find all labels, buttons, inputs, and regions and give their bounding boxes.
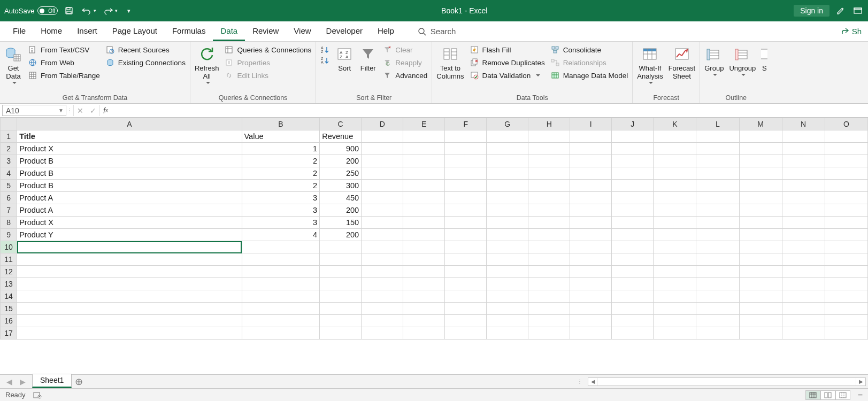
row-header-16[interactable]: 16 [1,315,17,327]
cell-F3[interactable] [445,155,487,167]
cell-N3[interactable] [782,155,825,167]
cell-O16[interactable] [825,315,867,327]
tab-page-layout[interactable]: Page Layout [105,21,165,41]
cell-J8[interactable] [612,217,654,229]
cell-K2[interactable] [654,143,696,155]
cell-C6[interactable]: 450 [320,192,362,204]
cell-M13[interactable] [739,278,782,290]
cell-C7[interactable]: 200 [320,204,362,217]
row-header-8[interactable]: 8 [1,217,17,229]
tell-me-search[interactable]: Search [418,21,456,41]
cell-E13[interactable] [403,278,445,290]
ungroup-button[interactable]: Ungroup [729,44,756,77]
cell-F17[interactable] [445,327,487,340]
cell-E10[interactable] [403,241,445,253]
cell-D7[interactable] [362,204,403,217]
cell-H8[interactable] [528,217,570,229]
cell-G10[interactable] [487,241,528,253]
col-header-B[interactable]: B [242,118,320,130]
cell-A6[interactable]: Product A [17,192,242,204]
refresh-all-button[interactable]: Refresh All [195,44,219,85]
cell-C9[interactable]: 200 [320,229,362,241]
cell-J14[interactable] [612,290,654,303]
view-page-break-button[interactable] [835,390,850,400]
cell-M6[interactable] [739,192,782,204]
cell-M3[interactable] [739,155,782,167]
cell-F12[interactable] [445,266,487,278]
cell-G1[interactable] [487,130,528,143]
cell-F5[interactable] [445,180,487,192]
cell-M1[interactable] [739,130,782,143]
cell-I7[interactable] [570,204,612,217]
cell-A17[interactable] [17,327,242,340]
cell-B11[interactable] [242,253,320,266]
cell-H4[interactable] [528,167,570,180]
cell-C13[interactable] [320,278,362,290]
cell-O4[interactable] [825,167,867,180]
row-header-11[interactable]: 11 [1,253,17,266]
cell-D16[interactable] [362,315,403,327]
cell-E12[interactable] [403,266,445,278]
cell-G8[interactable] [487,217,528,229]
col-header-N[interactable]: N [782,118,825,130]
cell-F14[interactable] [445,290,487,303]
cell-L8[interactable] [696,217,739,229]
whatif-button[interactable]: What-If Analysis [637,44,663,85]
cell-O6[interactable] [825,192,867,204]
cell-A14[interactable] [17,290,242,303]
col-header-F[interactable]: F [445,118,487,130]
tab-data[interactable]: Data [213,21,245,41]
cell-G15[interactable] [487,303,528,315]
cell-K8[interactable] [654,217,696,229]
col-header-M[interactable]: M [739,118,782,130]
sheet-tab-1[interactable]: Sheet1 [32,374,72,388]
row-header-10[interactable]: 10 [1,241,17,253]
cell-A11[interactable] [17,253,242,266]
cell-L5[interactable] [696,180,739,192]
row-header-2[interactable]: 2 [1,143,17,155]
cell-N17[interactable] [782,327,825,340]
cell-I2[interactable] [570,143,612,155]
cell-C8[interactable]: 150 [320,217,362,229]
cell-M2[interactable] [739,143,782,155]
filter-button[interactable]: Filter [359,44,377,73]
edit-links-button[interactable]: Edit Links [224,71,311,80]
cell-N16[interactable] [782,315,825,327]
cell-A4[interactable]: Product B [17,167,242,180]
cell-G7[interactable] [487,204,528,217]
col-header-I[interactable]: I [570,118,612,130]
cell-C14[interactable] [320,290,362,303]
cell-I13[interactable] [570,278,612,290]
cell-O5[interactable] [825,180,867,192]
cell-I1[interactable] [570,130,612,143]
customize-qat-icon[interactable]: ▾ [123,5,135,17]
cell-F11[interactable] [445,253,487,266]
cell-A7[interactable]: Product A [17,204,242,217]
cell-J9[interactable] [612,229,654,241]
cell-M11[interactable] [739,253,782,266]
row-header-13[interactable]: 13 [1,278,17,290]
cell-J11[interactable] [612,253,654,266]
cell-B10[interactable] [242,241,320,253]
formula-input[interactable] [111,105,866,116]
cell-K16[interactable] [654,315,696,327]
consolidate-button[interactable]: Consolidate [550,45,628,55]
col-header-J[interactable]: J [612,118,654,130]
tab-view[interactable]: View [286,21,318,41]
cell-F4[interactable] [445,167,487,180]
cell-N6[interactable] [782,192,825,204]
cell-F1[interactable] [445,130,487,143]
cell-O3[interactable] [825,155,867,167]
cell-H6[interactable] [528,192,570,204]
cell-M5[interactable] [739,180,782,192]
tab-help[interactable]: Help [370,21,402,41]
cell-J10[interactable] [612,241,654,253]
cell-I16[interactable] [570,315,612,327]
cell-I10[interactable] [570,241,612,253]
cell-B13[interactable] [242,278,320,290]
cell-N10[interactable] [782,241,825,253]
ribbon-options-icon[interactable] [852,5,864,17]
cell-C4[interactable]: 250 [320,167,362,180]
cell-K3[interactable] [654,155,696,167]
cell-K10[interactable] [654,241,696,253]
